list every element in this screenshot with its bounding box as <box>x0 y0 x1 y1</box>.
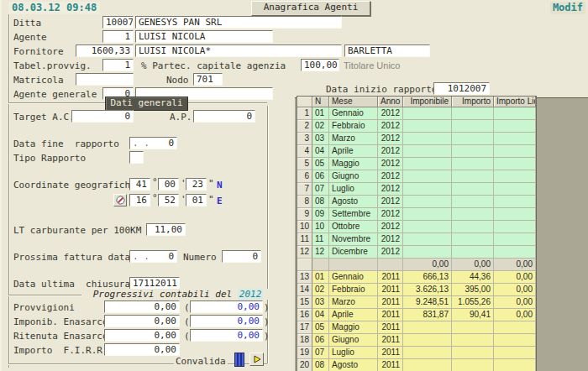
table-cell: Gennaio <box>329 271 378 284</box>
sec-symbol: " <box>208 194 214 205</box>
table-row[interactable]: 2008Agosto2011 <box>297 359 536 371</box>
table-row[interactable]: 1402Febbraio20113.626,13395,000,00 <box>297 284 536 296</box>
fornitore-code-field[interactable]: 1600,33 <box>76 44 134 57</box>
table-row[interactable]: 1705Maggio2011 <box>297 321 536 334</box>
table-row[interactable]: 1907Luglio2011 <box>297 347 536 359</box>
convalida-indicator-icon[interactable] <box>234 353 244 367</box>
table-cell: 90,41 <box>452 309 494 321</box>
open-paren: ( <box>184 316 190 327</box>
table-cell: 4 <box>297 145 312 158</box>
lon-min-field[interactable]: 52 <box>158 194 179 206</box>
table-cell: Novembre <box>329 233 378 246</box>
convalida-label: Convalida <box>174 356 228 367</box>
lat-deg-field[interactable]: 41 <box>129 178 150 191</box>
imponib-enasarco-paren-field[interactable]: 0,00 <box>190 315 263 327</box>
ritenuta-enasarco-field[interactable]: 0,00 <box>104 329 180 342</box>
table-cell <box>403 170 452 183</box>
open-paren: ( <box>184 331 190 342</box>
ditta-name-field[interactable]: GENESYS PAN SRL <box>135 16 342 29</box>
table-cell: 2012 <box>378 196 403 208</box>
open-paren: ( <box>184 302 190 313</box>
table-cell: 0,00 <box>494 296 536 309</box>
tabel-provvig-field[interactable]: 1 <box>102 59 134 71</box>
nodo-field[interactable]: 701 <box>193 73 223 86</box>
data-chiusura-field[interactable]: 17112011 <box>129 277 180 290</box>
page-title-button[interactable]: Anagrafica Agenti <box>251 1 370 16</box>
table-cell <box>452 158 494 170</box>
table-row[interactable]: 1010Ottobre2012 <box>297 221 536 233</box>
table-cell <box>403 145 452 158</box>
table-row[interactable]: 1503Marzo20119.248,511.055,260,00 <box>297 296 536 309</box>
table-row[interactable]: 1111Novembre2012 <box>297 233 536 246</box>
target-ap-field[interactable]: 0 <box>193 110 255 123</box>
table-cell: 09 <box>312 208 329 221</box>
table-cell: 2012 <box>378 208 403 221</box>
table-cell: Aprile <box>329 309 378 321</box>
table-cell: 02 <box>312 120 329 133</box>
table-cell <box>494 221 536 233</box>
matricola-field[interactable] <box>76 73 134 86</box>
ritenuta-enasarco-paren-field[interactable]: 0,00 <box>190 329 263 342</box>
lt-carburante-field[interactable]: 11,00 <box>146 223 186 236</box>
table-cell: 395,00 <box>452 284 494 296</box>
partec-field[interactable]: 100,00 <box>301 59 339 71</box>
imponib-enasarco-field[interactable]: 0,00 <box>104 315 180 327</box>
table-row[interactable]: 1806Giugno2011 <box>297 334 536 347</box>
table-cell <box>494 321 536 334</box>
target-ap-label: A.P. <box>170 112 192 123</box>
lon-sec-field[interactable]: 01 <box>186 194 207 206</box>
table-row[interactable]: 808Agosto2012 <box>297 196 536 208</box>
table-cell: 04 <box>312 309 329 321</box>
data-inizio-field[interactable]: 1012007 <box>433 82 490 95</box>
table-row[interactable]: 404Aprile2012 <box>297 145 536 158</box>
agente-code-field[interactable]: 1 <box>102 30 134 43</box>
table-row[interactable]: 505Maggio2012 <box>297 158 536 170</box>
fornitore-name-field[interactable]: LUISI NICOLA* <box>135 44 342 57</box>
table-row[interactable]: 303Marzo2012 <box>297 133 536 145</box>
table-row[interactable]: 1604Aprile2011831,8790,410,00 <box>297 309 536 321</box>
table-cell: 08 <box>312 196 329 208</box>
prossima-fattura-label: Prossima fattura data <box>13 252 130 263</box>
lat-sec-field[interactable]: 23 <box>186 178 207 191</box>
col-header-importo-liq: Importo Liq <box>494 97 536 107</box>
numero-field[interactable]: 0 <box>222 250 261 263</box>
lon-deg-field[interactable]: 16 <box>129 194 150 206</box>
table-cell: 2011 <box>378 309 403 321</box>
provvigioni-field[interactable]: 0,00 <box>104 300 180 313</box>
table-cell <box>452 334 494 347</box>
prossima-fattura-data-field[interactable]: . . 0 <box>129 250 177 263</box>
numero-label: Numero <box>183 252 217 263</box>
ditta-code-field[interactable]: 10007 <box>102 16 134 29</box>
table-row[interactable]: 1301Gennaio2011666,1344,360,00 <box>297 271 536 284</box>
table-row[interactable]: 101Gennaio2012 <box>297 107 536 120</box>
fornitore-city-field[interactable]: BARLETTA <box>344 44 430 57</box>
table-cell <box>403 359 452 371</box>
tipo-rapporto-field[interactable] <box>129 151 144 164</box>
compass-button[interactable] <box>113 194 127 206</box>
table-subtotal-row[interactable]: 0,000,000,00 <box>297 259 536 271</box>
compass-icon <box>116 196 125 205</box>
modif-mode-label[interactable]: Modif <box>550 2 585 14</box>
agente-name-field[interactable]: LUISI NICOLA <box>135 30 273 43</box>
table-row[interactable]: 909Settembre2012 <box>297 208 536 221</box>
table-row[interactable]: 1212Dicembre2012 <box>297 246 536 259</box>
firr-field[interactable]: 0,00 <box>104 343 180 356</box>
target-ac-field[interactable]: 0 <box>71 110 134 123</box>
fornitore-label: Fornitore <box>13 46 64 57</box>
table-cell <box>452 347 494 359</box>
dati-generali-button[interactable]: Dati generali <box>105 97 188 111</box>
table-row[interactable]: 606Giugno2012 <box>297 170 536 183</box>
table-row[interactable]: 707Luglio2012 <box>297 183 536 196</box>
convalida-run-button[interactable] <box>249 353 264 366</box>
table-cell: 2011 <box>378 359 403 371</box>
provvigioni-paren-field[interactable]: 0,00 <box>190 300 263 313</box>
lat-min-field[interactable]: 00 <box>158 178 179 191</box>
table-cell: 14 <box>297 284 312 296</box>
table-cell: 2011 <box>378 347 403 359</box>
deg-symbol: ° <box>152 192 158 203</box>
table-cell <box>494 208 536 221</box>
data-fine-field[interactable]: . . 0 <box>129 137 177 149</box>
table-cell: Luglio <box>329 183 378 196</box>
table-cell: 2011 <box>378 284 403 296</box>
table-row[interactable]: 202Febbraio2012 <box>297 120 536 133</box>
